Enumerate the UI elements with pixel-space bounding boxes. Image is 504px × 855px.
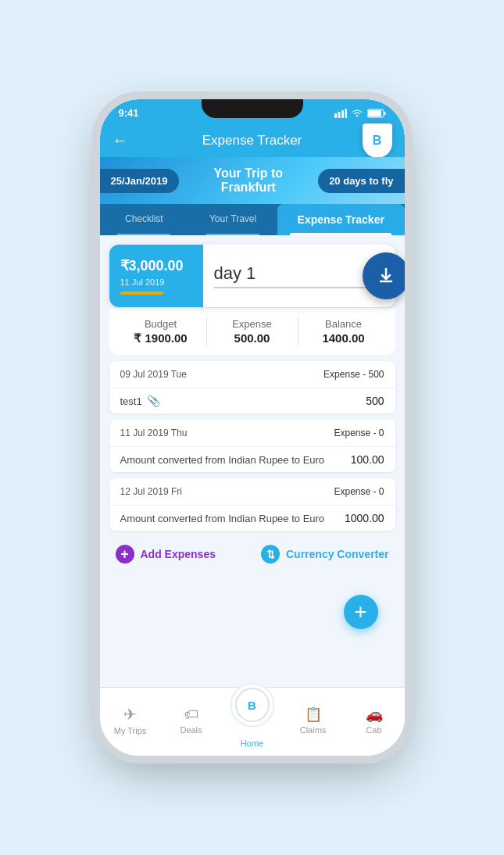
add-expense-label: Add Expenses: [141, 548, 216, 560]
nav-cab-label: Cab: [366, 725, 381, 735]
expense-header-2: 11 Jul 2019 Thu Expense - 0: [109, 420, 395, 447]
wifi-icon: [351, 109, 363, 118]
nav-claims-label: Claims: [300, 725, 327, 735]
balance-label: Balance: [325, 318, 362, 330]
tabs-row: Checklist Your Travel Expense Tracker: [100, 204, 405, 235]
expense-header-1: 09 Jul 2019 Tue Expense - 500: [109, 361, 395, 388]
svg-rect-1: [338, 112, 340, 118]
svg-rect-3: [345, 109, 347, 118]
nav-my-trips[interactable]: ✈ My Trips: [100, 705, 161, 735]
signal-icon: [334, 109, 347, 118]
expense-entry-3: 12 Jul 2019 Fri Expense - 0 Amount conve…: [109, 478, 395, 531]
day-amount: ₹3,000.00: [120, 257, 184, 274]
tab-expense-tracker[interactable]: Expense Tracker: [277, 204, 405, 235]
expense-label: Expense: [232, 318, 272, 330]
action-row: + Add Expenses ⇅ Currency Converter: [100, 537, 405, 571]
expense-date-3: 12 Jul 2019 Fri: [120, 486, 182, 497]
budget-row: Budget ₹ 1900.00 Expense 500.00 Balance …: [109, 307, 395, 355]
expense-item-left-1: test1 📎: [120, 395, 160, 407]
home-logo-letter: B: [248, 699, 256, 712]
add-icon: +: [116, 545, 134, 563]
app-header: ← Expense Tracker B: [100, 123, 405, 157]
day-card: ₹3,000.00 11 Jul 2019 day 1: [109, 245, 395, 307]
expense-item-row-2: Amount converted from Indian Rupee to Eu…: [109, 447, 395, 472]
svg-rect-6: [384, 112, 385, 115]
day-label: day 1: [214, 263, 384, 288]
expense-date-1: 09 Jul 2019 Tue: [120, 369, 187, 380]
fab-button[interactable]: +: [344, 595, 378, 629]
expense-type-2: Expense - 0: [334, 428, 384, 438]
tab-checklist[interactable]: Checklist: [100, 204, 189, 235]
nav-home-label: Home: [241, 739, 263, 748]
svg-rect-0: [334, 113, 337, 118]
cab-icon: 🚗: [366, 706, 383, 723]
nav-my-trips-label: My Trips: [114, 726, 147, 735]
banner-date: 25/Jan/2019: [100, 169, 179, 193]
expense-entry-1: 09 Jul 2019 Tue Expense - 500 test1 📎 50…: [109, 361, 395, 413]
header-title: Expense Tracker: [136, 133, 369, 148]
day-date: 11 Jul 2019: [120, 277, 165, 287]
add-expense-button[interactable]: + Add Expenses: [116, 545, 216, 563]
banner-days: 20 days to fly: [318, 169, 404, 193]
tab-your-travel[interactable]: Your Travel: [188, 204, 277, 235]
battery-icon: [367, 109, 386, 118]
deals-icon: 🏷: [184, 707, 198, 723]
expense-type-1: Expense - 500: [323, 369, 384, 380]
svg-point-4: [356, 115, 357, 116]
svg-rect-2: [341, 110, 344, 118]
budget-label: Budget: [145, 318, 177, 330]
nav-home[interactable]: B Home: [222, 692, 283, 748]
download-button[interactable]: [363, 252, 405, 299]
expense-type-3: Expense - 0: [334, 486, 384, 497]
currency-converter-label: Currency Converter: [286, 548, 389, 560]
nav-cab[interactable]: 🚗 Cab: [344, 706, 405, 735]
expense-amount-3: 1000.00: [345, 512, 384, 524]
nav-deals-label: Deals: [180, 725, 202, 735]
bottom-nav: ✈ My Trips 🏷 Deals B Home 📋: [100, 687, 405, 756]
budget-value: ₹ 1900.00: [134, 331, 187, 345]
banner-trip-name: Your Trip to Frankfurt: [179, 166, 319, 195]
trip-banner: 25/Jan/2019 Your Trip to Frankfurt 20 da…: [100, 157, 405, 204]
currency-converter-button[interactable]: ⇅ Currency Converter: [261, 545, 389, 563]
expense-item-name-2: Amount converted from Indian Rupee to Eu…: [120, 454, 325, 466]
home-button[interactable]: B: [232, 685, 273, 725]
balance-col: Balance 1400.00: [298, 318, 389, 345]
status-time: 9:41: [119, 107, 139, 119]
attachment-icon-1: 📎: [147, 395, 160, 407]
currency-icon: ⇅: [261, 545, 280, 563]
nav-claims[interactable]: 📋 Claims: [283, 706, 344, 735]
status-icons: [334, 109, 386, 118]
expense-amount-2: 100.00: [351, 453, 384, 466]
nav-deals[interactable]: 🏷 Deals: [161, 707, 222, 735]
home-logo: B: [235, 688, 270, 722]
balance-value: 1400.00: [322, 331, 364, 345]
expense-value: 500.00: [234, 331, 270, 345]
expense-entry-2: 11 Jul 2019 Thu Expense - 0 Amount conve…: [109, 420, 395, 472]
expense-header-3: 12 Jul 2019 Fri Expense - 0: [109, 478, 395, 506]
expense-item-left-2: Amount converted from Indian Rupee to Eu…: [120, 454, 325, 466]
budget-col: Budget ₹ 1900.00: [116, 318, 206, 345]
download-icon: [377, 267, 395, 285]
logo-letter: B: [373, 134, 382, 148]
expense-item-name-3: Amount converted from Indian Rupee to Eu…: [120, 513, 325, 524]
expense-item-name-1: test1: [120, 395, 142, 407]
back-button[interactable]: ←: [113, 131, 128, 149]
expense-item-row-1: test1 📎 500: [109, 388, 395, 413]
expense-amount-1: 500: [366, 395, 384, 407]
expense-item-row-3: Amount converted from Indian Rupee to Eu…: [109, 506, 395, 531]
header-logo: B: [363, 123, 392, 158]
svg-rect-7: [368, 110, 381, 116]
expense-item-left-3: Amount converted from Indian Rupee to Eu…: [120, 513, 325, 524]
expense-col: Expense 500.00: [207, 318, 298, 345]
claims-icon: 📋: [305, 706, 322, 723]
plane-icon: ✈: [123, 705, 137, 724]
progress-bar: [120, 292, 163, 295]
day-amount-box: ₹3,000.00 11 Jul 2019: [109, 245, 203, 307]
expense-date-2: 11 Jul 2019 Thu: [120, 428, 188, 438]
